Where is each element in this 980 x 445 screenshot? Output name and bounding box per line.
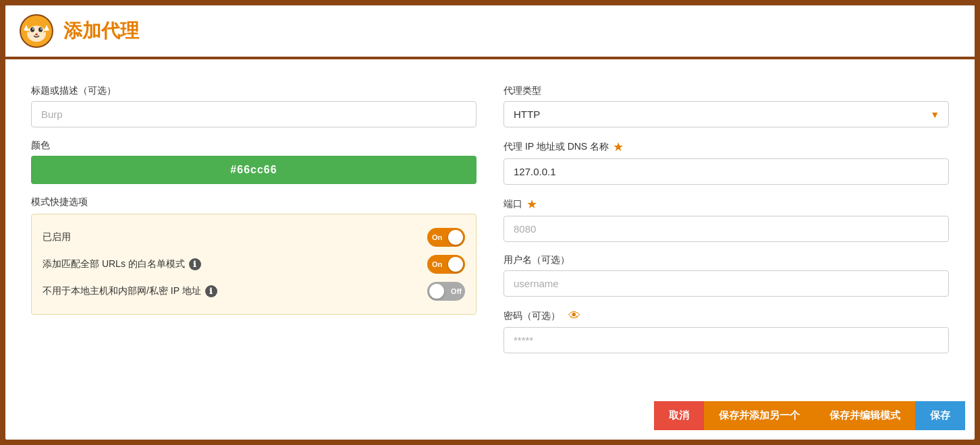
shortcut3-track: Off: [427, 282, 465, 301]
color-label: 颜色: [31, 140, 477, 152]
shortcut1-text: 已启用: [43, 231, 71, 243]
shortcut2-thumb: [448, 257, 463, 272]
shortcut2-text: 添加匹配全部 URLs 的白名单模式 ℹ: [43, 258, 201, 270]
shortcuts-label: 模式快捷选项: [31, 196, 477, 208]
app-header: 添加代理: [5, 5, 975, 59]
shortcut2-toggle[interactable]: On: [427, 255, 465, 274]
proxy-type-group: 代理类型 HTTP HTTPS SOCKS4 SOCKS5 ▼: [503, 85, 949, 127]
form-grid: 标题或描述（可选） 颜色 #66cc66 模式快捷选项: [31, 85, 949, 365]
svg-point-7: [38, 28, 43, 32]
title-label: 标题或描述（可选）: [31, 85, 477, 97]
fox-logo-icon: [19, 13, 54, 49]
title-group: 标题或描述（可选）: [31, 85, 477, 127]
edit-mode-button[interactable]: 保存并编辑模式: [815, 401, 915, 430]
shortcut3-info-icon[interactable]: ℹ: [205, 285, 217, 297]
shortcut-row-1: 已启用 On: [43, 224, 465, 251]
shortcut1-track: On: [427, 228, 465, 247]
eye-icon[interactable]: 👁: [568, 309, 580, 323]
username-input[interactable]: [503, 270, 949, 297]
shortcut1-toggle[interactable]: On: [427, 228, 465, 247]
svg-point-8: [32, 28, 34, 30]
color-group: 颜色 #66cc66: [31, 140, 477, 184]
add-another-button[interactable]: 保存并添加另一个: [704, 401, 815, 430]
title-input[interactable]: [31, 101, 477, 127]
port-required-star: ★: [526, 197, 537, 212]
shortcut-row-2: 添加匹配全部 URLs 的白名单模式 ℹ On: [43, 251, 465, 278]
svg-point-10: [35, 34, 38, 36]
username-group: 用户名（可选）: [503, 254, 949, 297]
shortcut1-thumb: [448, 230, 463, 245]
port-group: 端口 ★: [503, 197, 949, 242]
main-content: 标题或描述（可选） 颜色 #66cc66 模式快捷选项: [15, 69, 965, 430]
proxy-ip-group: 代理 IP 地址或 DNS 名称 ★: [503, 140, 949, 185]
right-column: 代理类型 HTTP HTTPS SOCKS4 SOCKS5 ▼: [503, 85, 949, 365]
proxy-ip-label: 代理 IP 地址或 DNS 名称 ★: [503, 140, 949, 154]
svg-point-9: [40, 28, 42, 30]
shortcut-row-3: 不用于本地主机和内部网/私密 IP 地址 ℹ Off: [43, 278, 465, 305]
proxy-ip-input[interactable]: [503, 158, 949, 185]
password-label: 密码（可选） 👁: [503, 309, 949, 323]
save-button[interactable]: 保存: [915, 401, 965, 430]
page-title: 添加代理: [63, 18, 139, 44]
shortcut3-text: 不用于本地主机和内部网/私密 IP 地址 ℹ: [43, 285, 217, 297]
password-input[interactable]: [503, 327, 949, 353]
cancel-button[interactable]: 取消: [654, 401, 704, 430]
proxy-type-select[interactable]: HTTP HTTPS SOCKS4 SOCKS5: [503, 101, 949, 127]
port-input[interactable]: [503, 216, 949, 242]
shortcut3-toggle[interactable]: Off: [427, 282, 465, 301]
proxy-ip-required-star: ★: [613, 140, 624, 154]
password-group: 密码（可选） 👁: [503, 309, 949, 353]
svg-point-6: [30, 28, 34, 32]
page-wrapper: 添加代理 标题或描述（可选） 颜色 #66cc66: [0, 0, 980, 445]
shortcut2-info-icon[interactable]: ℹ: [189, 258, 201, 270]
proxy-type-select-wrapper: HTTP HTTPS SOCKS4 SOCKS5 ▼: [503, 101, 949, 127]
shortcuts-section: 模式快捷选项 已启用 On: [31, 196, 477, 315]
footer-buttons: 取消 保存并添加另一个 保存并编辑模式 保存: [654, 401, 965, 430]
shortcut3-thumb: [429, 284, 444, 299]
proxy-type-label: 代理类型: [503, 85, 949, 97]
port-label: 端口 ★: [503, 197, 949, 212]
color-button[interactable]: #66cc66: [31, 156, 477, 184]
shortcut2-track: On: [427, 255, 465, 274]
left-column: 标题或描述（可选） 颜色 #66cc66 模式快捷选项: [31, 85, 477, 365]
shortcuts-box: 已启用 On: [31, 214, 477, 315]
inner-wrapper: 添加代理 标题或描述（可选） 颜色 #66cc66: [5, 5, 975, 440]
username-label: 用户名（可选）: [503, 254, 949, 266]
